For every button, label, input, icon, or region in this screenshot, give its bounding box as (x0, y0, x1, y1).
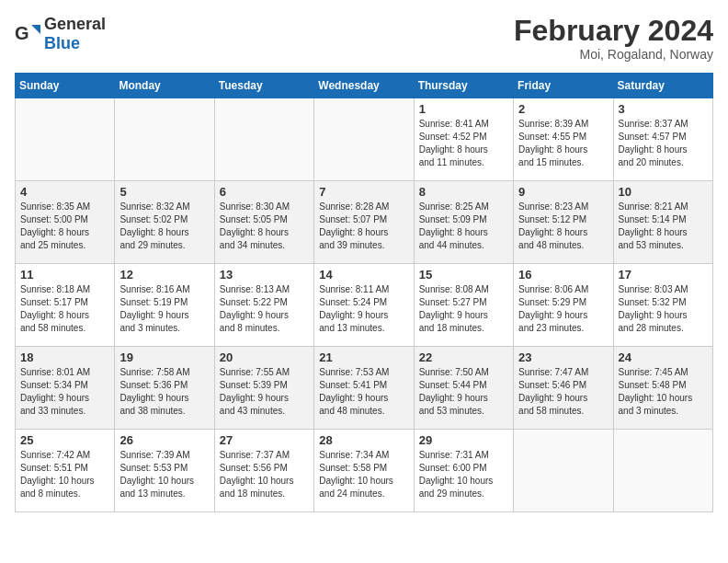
page-header: G General Blue February 2024 Moi, Rogala… (15, 15, 713, 62)
calendar-day: 21Sunrise: 7:53 AM Sunset: 5:41 PM Dayli… (314, 347, 414, 430)
calendar-day: 12Sunrise: 8:16 AM Sunset: 5:19 PM Dayli… (115, 264, 214, 347)
calendar-day: 22Sunrise: 7:50 AM Sunset: 5:44 PM Dayli… (414, 347, 513, 430)
calendar-day (214, 98, 313, 181)
day-number: 22 (419, 350, 508, 364)
logo-icon: G (15, 21, 40, 47)
logo: G General Blue (15, 15, 106, 53)
column-header-saturday: Saturday (613, 74, 712, 98)
day-number: 24 (619, 350, 708, 364)
day-number: 4 (20, 185, 109, 199)
calendar-day: 17Sunrise: 8:03 AM Sunset: 5:32 PM Dayli… (613, 264, 712, 347)
day-info: Sunrise: 7:58 AM Sunset: 5:36 PM Dayligh… (119, 366, 209, 418)
day-number: 27 (220, 433, 309, 447)
day-info: Sunrise: 8:06 AM Sunset: 5:29 PM Dayligh… (518, 283, 608, 335)
day-number: 8 (419, 185, 508, 199)
calendar-day: 2Sunrise: 8:39 AM Sunset: 4:55 PM Daylig… (514, 98, 613, 181)
calendar-day: 23Sunrise: 7:47 AM Sunset: 5:46 PM Dayli… (514, 347, 613, 430)
day-info: Sunrise: 8:18 AM Sunset: 5:17 PM Dayligh… (20, 283, 109, 335)
day-info: Sunrise: 7:47 AM Sunset: 5:46 PM Dayligh… (518, 366, 608, 418)
day-info: Sunrise: 8:11 AM Sunset: 5:24 PM Dayligh… (319, 283, 408, 335)
day-number: 29 (419, 433, 508, 447)
calendar-day: 13Sunrise: 8:13 AM Sunset: 5:22 PM Dayli… (214, 264, 313, 347)
day-info: Sunrise: 8:08 AM Sunset: 5:27 PM Dayligh… (419, 283, 508, 335)
logo-text: General Blue (44, 15, 106, 53)
calendar-day (16, 98, 115, 181)
day-number: 16 (518, 268, 608, 282)
day-number: 3 (619, 102, 708, 116)
day-number: 17 (619, 268, 708, 282)
calendar-day: 19Sunrise: 7:58 AM Sunset: 5:36 PM Dayli… (115, 347, 214, 430)
column-header-monday: Monday (115, 74, 214, 98)
calendar-table: SundayMondayTuesdayWednesdayThursdayFrid… (15, 73, 713, 512)
calendar-day: 14Sunrise: 8:11 AM Sunset: 5:24 PM Dayli… (314, 264, 414, 347)
day-info: Sunrise: 8:01 AM Sunset: 5:34 PM Dayligh… (20, 366, 109, 418)
week-row-4: 18Sunrise: 8:01 AM Sunset: 5:34 PM Dayli… (16, 347, 713, 430)
day-number: 9 (518, 185, 608, 199)
calendar-day: 1Sunrise: 8:41 AM Sunset: 4:52 PM Daylig… (414, 98, 513, 181)
day-number: 13 (220, 268, 309, 282)
day-number: 14 (319, 268, 408, 282)
day-info: Sunrise: 7:45 AM Sunset: 5:48 PM Dayligh… (619, 366, 708, 418)
week-row-3: 11Sunrise: 8:18 AM Sunset: 5:17 PM Dayli… (16, 264, 713, 347)
calendar-day: 15Sunrise: 8:08 AM Sunset: 5:27 PM Dayli… (414, 264, 513, 347)
svg-text:G: G (15, 23, 29, 43)
day-number: 28 (319, 433, 408, 447)
calendar-day: 9Sunrise: 8:23 AM Sunset: 5:12 PM Daylig… (514, 181, 613, 264)
calendar-day: 3Sunrise: 8:37 AM Sunset: 4:57 PM Daylig… (613, 98, 712, 181)
day-number: 7 (319, 185, 408, 199)
day-number: 18 (20, 350, 109, 364)
day-info: Sunrise: 7:37 AM Sunset: 5:56 PM Dayligh… (220, 449, 309, 500)
calendar-day (115, 98, 214, 181)
column-header-tuesday: Tuesday (214, 74, 313, 98)
week-row-1: 1Sunrise: 8:41 AM Sunset: 4:52 PM Daylig… (16, 98, 713, 181)
title-area: February 2024 Moi, Rogaland, Norway (514, 15, 713, 62)
week-row-2: 4Sunrise: 8:35 AM Sunset: 5:00 PM Daylig… (16, 181, 713, 264)
calendar-subtitle: Moi, Rogaland, Norway (514, 47, 713, 62)
day-info: Sunrise: 8:28 AM Sunset: 5:07 PM Dayligh… (319, 201, 408, 252)
svg-marker-1 (31, 25, 40, 34)
day-info: Sunrise: 7:31 AM Sunset: 6:00 PM Dayligh… (419, 449, 508, 500)
calendar-day: 11Sunrise: 8:18 AM Sunset: 5:17 PM Dayli… (16, 264, 115, 347)
calendar-day: 27Sunrise: 7:37 AM Sunset: 5:56 PM Dayli… (214, 430, 313, 512)
column-header-thursday: Thursday (414, 74, 513, 98)
calendar-day: 8Sunrise: 8:25 AM Sunset: 5:09 PM Daylig… (414, 181, 513, 264)
day-number: 20 (220, 350, 309, 364)
day-info: Sunrise: 7:50 AM Sunset: 5:44 PM Dayligh… (419, 366, 508, 418)
day-number: 15 (419, 268, 508, 282)
logo-general: General (44, 15, 106, 33)
day-number: 12 (119, 268, 209, 282)
calendar-day: 4Sunrise: 8:35 AM Sunset: 5:00 PM Daylig… (16, 181, 115, 264)
day-info: Sunrise: 8:37 AM Sunset: 4:57 PM Dayligh… (619, 118, 708, 169)
day-info: Sunrise: 8:03 AM Sunset: 5:32 PM Dayligh… (619, 283, 708, 335)
column-header-sunday: Sunday (16, 74, 115, 98)
calendar-day: 10Sunrise: 8:21 AM Sunset: 5:14 PM Dayli… (613, 181, 712, 264)
calendar-day (314, 98, 414, 181)
day-number: 2 (518, 102, 608, 116)
calendar-day: 24Sunrise: 7:45 AM Sunset: 5:48 PM Dayli… (613, 347, 712, 430)
calendar-day: 7Sunrise: 8:28 AM Sunset: 5:07 PM Daylig… (314, 181, 414, 264)
day-info: Sunrise: 7:42 AM Sunset: 5:51 PM Dayligh… (20, 449, 109, 500)
day-info: Sunrise: 7:34 AM Sunset: 5:58 PM Dayligh… (319, 449, 408, 500)
calendar-day: 6Sunrise: 8:30 AM Sunset: 5:05 PM Daylig… (214, 181, 313, 264)
logo-blue: Blue (44, 34, 80, 52)
day-info: Sunrise: 8:35 AM Sunset: 5:00 PM Dayligh… (20, 201, 109, 252)
day-info: Sunrise: 8:16 AM Sunset: 5:19 PM Dayligh… (119, 283, 209, 335)
header-row: SundayMondayTuesdayWednesdayThursdayFrid… (16, 74, 713, 98)
day-info: Sunrise: 7:39 AM Sunset: 5:53 PM Dayligh… (119, 449, 209, 500)
day-number: 11 (20, 268, 109, 282)
calendar-day (613, 430, 712, 512)
week-row-5: 25Sunrise: 7:42 AM Sunset: 5:51 PM Dayli… (16, 430, 713, 512)
calendar-day (514, 430, 613, 512)
day-number: 10 (619, 185, 708, 199)
calendar-day: 29Sunrise: 7:31 AM Sunset: 6:00 PM Dayli… (414, 430, 513, 512)
day-info: Sunrise: 8:30 AM Sunset: 5:05 PM Dayligh… (220, 201, 309, 252)
day-number: 21 (319, 350, 408, 364)
column-header-friday: Friday (514, 74, 613, 98)
day-number: 25 (20, 433, 109, 447)
day-number: 1 (419, 102, 508, 116)
calendar-day: 26Sunrise: 7:39 AM Sunset: 5:53 PM Dayli… (115, 430, 214, 512)
day-info: Sunrise: 8:32 AM Sunset: 5:02 PM Dayligh… (119, 201, 209, 252)
day-info: Sunrise: 8:41 AM Sunset: 4:52 PM Dayligh… (419, 118, 508, 169)
calendar-day: 28Sunrise: 7:34 AM Sunset: 5:58 PM Dayli… (314, 430, 414, 512)
calendar-day: 16Sunrise: 8:06 AM Sunset: 5:29 PM Dayli… (514, 264, 613, 347)
